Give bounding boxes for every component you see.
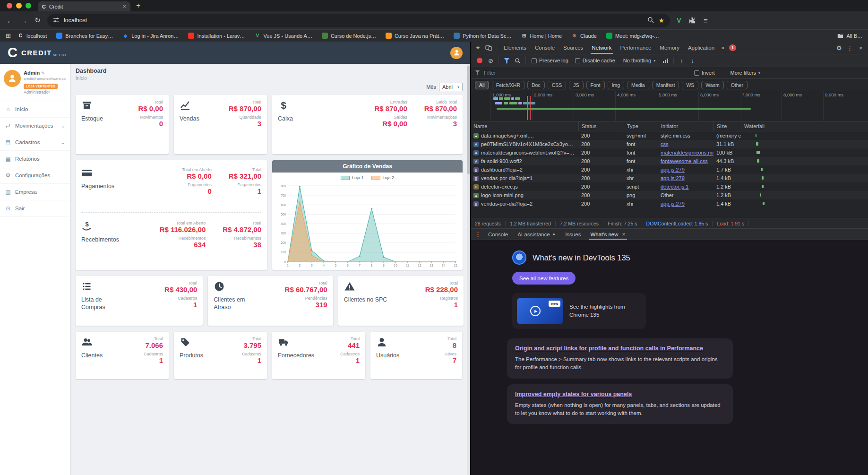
export-har-icon[interactable]: ↓ [687,56,698,66]
request-initiator[interactable]: app.js:279 [658,175,713,181]
sidebar-item-configuracoes[interactable]: ⚙Configurações [0,167,70,184]
network-conditions-icon[interactable] [660,56,671,66]
invert-filter-checkbox[interactable]: Invert [694,70,715,76]
app-logo[interactable]: C [8,46,17,60]
network-row[interactable]: ▲logo-icon-mini.png200pngOther1.2 kB [471,191,868,199]
filter-chip-img[interactable]: Img [608,81,625,89]
new-tab-button[interactable]: + [136,1,140,10]
apps-grid-icon[interactable]: ⊞ [6,32,11,39]
request-initiator[interactable]: css [658,141,713,147]
reload-icon[interactable]: ↻ [31,14,44,27]
bookmark-item[interactable]: Curso Java na Prát… [386,33,444,39]
more-tabs-icon[interactable]: » [719,44,727,51]
import-har-icon[interactable]: ↑ [676,56,687,66]
devtools-tab-sources[interactable]: Sources [559,42,587,54]
filter-chip-manifest[interactable]: Manifest [652,81,679,89]
filter-chip-js[interactable]: JS [569,81,583,89]
bookmark-item[interactable]: VVue JS - Usando A… [254,33,312,39]
filter-chip-media[interactable]: Media [627,81,649,89]
edit-profile-icon[interactable]: ✎ [41,71,45,76]
legend-item[interactable]: Loja 1 [341,175,364,180]
maximize-window-icon[interactable] [26,3,31,9]
network-overview[interactable]: 1,000 ms2,000 ms3,000 ms4,000 ms5,000 ms… [471,91,868,121]
browser-tab[interactable]: C Credit × [38,1,130,11]
network-row[interactable]: {}dashboard?loja=2200xhrapp.js:2791.7 kB [471,165,868,174]
devtools-tab-performance[interactable]: Performance [616,42,656,54]
drawer-menu-icon[interactable]: ⋮ [473,229,483,239]
device-toolbar-icon[interactable] [483,43,494,53]
tab-close-icon[interactable]: × [122,3,126,10]
devtools-close-icon[interactable]: × [855,43,866,53]
play-icon[interactable]: ▶ [530,306,541,316]
bookmark-item[interactable]: ✳Claude [571,33,597,39]
devtools-tab-memory[interactable]: Memory [655,42,684,54]
column-header-type[interactable]: Type [624,121,658,131]
section-link[interactable]: Improved empty states for various panels [515,391,632,397]
filter-chip-other[interactable]: Other [727,81,748,89]
section-link[interactable]: Origin and script links for profile and … [515,345,703,352]
network-row[interactable]: Afa-solid-900.woff2200fontfontawesome-al… [471,157,868,165]
request-initiator[interactable]: app.js:279 [658,167,713,173]
site-info-icon[interactable] [53,17,60,25]
bookmark-item[interactable]: Python for Data Sc… [454,33,511,39]
filter-chip-doc[interactable]: Doc [527,81,545,89]
legend-item[interactable]: Loja 2 [371,175,395,180]
inspect-icon[interactable]: ⌖ [473,43,483,53]
sidebar-item-relatorios[interactable]: ▦Relatórios [0,151,70,167]
drawer-tab-issues[interactable]: Issues [560,229,585,240]
close-window-icon[interactable] [7,3,12,9]
window-controls[interactable] [0,3,38,9]
see-all-features-button[interactable]: See all new features [512,272,576,285]
search-network-icon[interactable] [512,56,523,66]
filter-chip-ws[interactable]: WS [682,81,698,89]
sidebar-item-empresa[interactable]: ▥Empresa [0,184,70,200]
network-row[interactable]: {}vendas-por-dia?loja=2200xhrapp.js:2791… [471,199,868,208]
bookmark-item[interactable]: Meet: mdg-zfwq-… [606,33,659,39]
bookmark-item[interactable]: Curso de Node.js… [322,33,376,39]
clear-network-icon[interactable]: ⊘ [485,56,496,66]
drawer-tab-what-s-new[interactable]: What's new× [585,229,630,240]
back-icon[interactable]: ← [4,14,17,27]
network-filter-input[interactable] [484,70,687,76]
extensions-icon[interactable] [686,14,698,27]
devtools-tab-console[interactable]: Console [531,42,559,54]
bookmark-item[interactable]: Clocalhost [17,33,47,39]
forward-icon[interactable]: → [17,14,30,27]
bookmark-item[interactable]: ◆Log in - Jira Anron… [122,33,179,39]
network-row[interactable]: Ape0TMImSLYBIv1o4X1M8ce2xCx3yop4tQ…200fo… [471,140,868,148]
column-header-name[interactable]: Name [471,121,578,131]
month-select[interactable]: Abril ▾ [439,83,463,91]
bookmark-star-icon[interactable]: ★ [658,17,664,24]
zoom-icon[interactable] [647,17,654,25]
filter-chip-wasm[interactable]: Wasm [701,81,723,89]
sidebar-item-cadastros[interactable]: ▤Cadastros⌄ [0,134,70,151]
error-count-badge[interactable]: 1 [729,44,736,51]
column-header-status[interactable]: Status [578,121,624,131]
throttling-select[interactable]: No throttling ▾ [620,57,659,64]
bookmark-item[interactable]: Branches for Easy… [56,33,113,39]
column-header-initiator[interactable]: Initiator [658,121,713,131]
video-thumbnail[interactable]: new ▶ [517,298,563,324]
preserve-log-checkbox[interactable]: Preserve log [532,58,568,63]
network-row[interactable]: Amaterialdesignicons-webfont.woff2?v=1.8… [471,148,868,157]
drawer-tab-console[interactable]: Console [483,229,513,240]
disable-cache-checkbox[interactable]: Disable cache [575,58,615,63]
network-row[interactable]: {}vendas-por-dia?loja=1200xhrapp.js:2791… [471,174,868,182]
record-network-log-icon[interactable] [477,58,482,63]
avatar[interactable] [4,70,21,87]
sidebar-item-inicio[interactable]: ⌂Início [0,101,70,118]
all-bookmarks[interactable]: All B… [837,33,862,39]
column-header-waterfall[interactable]: Waterfall [741,121,868,131]
close-tab-icon[interactable]: × [622,231,625,238]
sidebar-item-sair[interactable]: ⊙Sair [0,200,70,217]
devtools-menu-icon[interactable]: ⋮ [844,43,855,53]
drawer-tab-ai-assistance[interactable]: AI assistance✦ [513,229,560,240]
bookmark-item[interactable]: ⊞Home | Home [521,33,562,39]
devtools-tab-elements[interactable]: Elements [499,42,531,54]
browser-menu-icon[interactable]: ≡ [699,14,712,27]
sidebar-item-movimentacoes[interactable]: ⇄Movimentações⌄ [0,118,70,134]
highlight-card[interactable]: new ▶ See the highlights from Chrome 135 [512,293,646,329]
filter-chip-css[interactable]: CSS [548,81,567,89]
request-initiator[interactable]: materialdesignicons.mi… [658,150,713,155]
column-header-size[interactable]: Size [713,121,741,131]
